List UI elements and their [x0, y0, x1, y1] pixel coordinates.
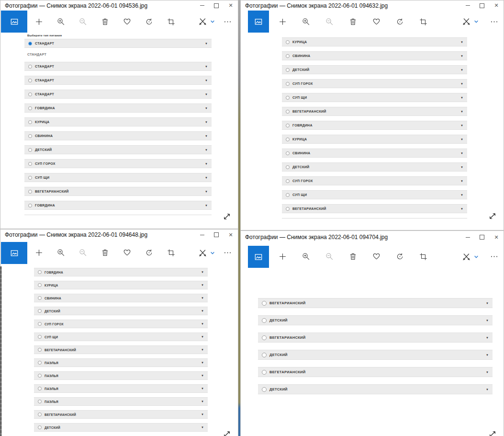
- dropdown-option[interactable]: ВЕГЕТАРИАНСКИЙ▼: [258, 333, 493, 343]
- edit-menu-button[interactable]: [473, 16, 480, 27]
- maximize-button[interactable]: [475, 231, 489, 243]
- zoom-in-button[interactable]: [300, 16, 312, 27]
- add-button[interactable]: [33, 16, 45, 27]
- radio-icon[interactable]: [38, 270, 42, 274]
- dropdown-option[interactable]: КУРИЦА▼: [282, 135, 467, 144]
- dropdown-option[interactable]: СВИНИНА▼: [282, 149, 467, 158]
- rotate-button[interactable]: [394, 251, 405, 263]
- radio-icon[interactable]: [286, 82, 290, 86]
- add-button[interactable]: [277, 251, 288, 263]
- delete-button[interactable]: [347, 251, 358, 263]
- radio-icon[interactable]: [28, 204, 32, 207]
- zoom-in-button[interactable]: [55, 247, 67, 259]
- dropdown-option[interactable]: ДЕТСКИЙ▼: [258, 350, 493, 360]
- dropdown-option[interactable]: СУП ГОРОХ▼: [282, 79, 467, 88]
- radio-icon[interactable]: [286, 68, 290, 72]
- radio-icon[interactable]: [28, 120, 32, 124]
- dropdown-option[interactable]: СВИНИНА▼: [282, 51, 467, 60]
- edit-menu-button[interactable]: [209, 16, 216, 27]
- radio-icon[interactable]: [286, 179, 290, 183]
- expand-icon[interactable]: [223, 430, 231, 436]
- expand-icon[interactable]: [488, 212, 497, 220]
- radio-icon[interactable]: [286, 138, 290, 141]
- dropdown-option[interactable]: ГОВЯДИНА▼: [282, 121, 467, 130]
- dropdown-option[interactable]: КУРИЦА▼: [24, 117, 212, 126]
- edit-create-button[interactable]: [197, 16, 208, 27]
- dropdown-option[interactable]: ВЕГЕТАРИАНСКИЙ▼: [34, 410, 208, 419]
- dropdown-option[interactable]: ДЕТСКИЙ▼: [24, 145, 212, 154]
- radio-icon[interactable]: [28, 79, 32, 82]
- dropdown-option-selected[interactable]: СТАНДАРТ▼: [24, 39, 212, 48]
- zoom-out-button[interactable]: [77, 16, 89, 27]
- photos-app-button[interactable]: [1, 11, 27, 33]
- dropdown-option[interactable]: ДЕТСКИЙ▼: [34, 423, 208, 432]
- dropdown-option[interactable]: ГОВЯДИНА▼: [24, 103, 212, 113]
- close-button[interactable]: ✕: [224, 0, 238, 11]
- favorite-button[interactable]: [121, 247, 133, 259]
- maximize-button[interactable]: [475, 0, 489, 11]
- dropdown-option[interactable]: ВЕГЕТАРИАНСКИЙ▼: [24, 187, 212, 196]
- radio-selected-icon[interactable]: [28, 42, 32, 46]
- rotate-button[interactable]: [143, 247, 155, 259]
- radio-icon[interactable]: [38, 335, 42, 339]
- radio-icon[interactable]: [286, 124, 290, 127]
- dropdown-option[interactable]: ГОВЯДИНА▼: [24, 201, 212, 210]
- rotate-button[interactable]: [143, 16, 155, 27]
- radio-icon[interactable]: [38, 296, 42, 300]
- zoom-out-button[interactable]: [77, 247, 89, 259]
- dropdown-option[interactable]: ГОВЯДИНА▼: [34, 268, 208, 276]
- dropdown-option[interactable]: СВИНИНА▼: [24, 131, 212, 140]
- radio-icon[interactable]: [38, 309, 42, 313]
- radio-icon[interactable]: [286, 110, 290, 114]
- dropdown-option[interactable]: СУП ЩИ▼: [34, 333, 208, 341]
- radio-icon[interactable]: [286, 207, 290, 211]
- radio-icon[interactable]: [38, 387, 42, 390]
- edit-create-button[interactable]: [460, 251, 472, 263]
- dropdown-option[interactable]: ВЕГЕТАРИАНСКИЙ▼: [34, 345, 208, 354]
- radio-icon[interactable]: [28, 190, 32, 194]
- radio-icon[interactable]: [28, 148, 32, 152]
- radio-icon[interactable]: [262, 335, 267, 340]
- radio-icon[interactable]: [286, 151, 290, 155]
- radio-icon[interactable]: [28, 162, 32, 166]
- radio-icon[interactable]: [38, 348, 42, 352]
- edit-create-button[interactable]: [460, 16, 472, 27]
- see-more-button[interactable]: [488, 16, 500, 27]
- dropdown-option[interactable]: ВЕГЕТАРИАНСКИЙ▼: [282, 107, 467, 116]
- close-button[interactable]: ✕: [489, 0, 504, 11]
- dropdown-option[interactable]: СУП ЩИ▼: [282, 93, 467, 102]
- radio-icon[interactable]: [38, 322, 42, 326]
- rotate-button[interactable]: [394, 16, 405, 27]
- see-more-button[interactable]: [488, 251, 500, 263]
- dropdown-option[interactable]: ПАЭЛЬЯ▼: [34, 384, 208, 393]
- dropdown-option[interactable]: СТАНДАРТ▼: [24, 90, 212, 99]
- add-button[interactable]: [277, 16, 288, 27]
- radio-icon[interactable]: [28, 106, 32, 110]
- close-button[interactable]: ✕: [489, 231, 504, 243]
- delete-button[interactable]: [99, 247, 111, 259]
- dropdown-option[interactable]: ПАЭЛЬЯ▼: [34, 371, 208, 380]
- delete-button[interactable]: [347, 16, 358, 27]
- radio-icon[interactable]: [28, 65, 32, 69]
- photos-app-button[interactable]: [1, 242, 27, 264]
- radio-icon[interactable]: [262, 370, 267, 375]
- dropdown-option[interactable]: ДЕТСКИЙ▼: [282, 162, 467, 172]
- dropdown-option[interactable]: КУРИЦА▼: [282, 37, 467, 46]
- titlebar[interactable]: Фотографии — Снимок экрана 2022-06-01 09…: [0, 0, 238, 11]
- photos-app-button[interactable]: [248, 11, 269, 33]
- radio-icon[interactable]: [28, 176, 32, 180]
- dropdown-option[interactable]: ДЕТСКИЙ▼: [258, 384, 493, 394]
- dropdown-option[interactable]: ВЕГЕТАРИАНСКИЙ▼: [258, 298, 493, 308]
- dropdown-option[interactable]: СУП ЩИ▼: [282, 190, 467, 199]
- zoom-out-button[interactable]: [324, 16, 335, 27]
- dropdown-option[interactable]: ВЕГЕТАРИАНСКИЙ▼: [258, 367, 493, 377]
- titlebar[interactable]: Фотографии — Снимок экрана 2022-06-01 09…: [0, 229, 238, 240]
- dropdown-option[interactable]: ДЕТСКИЙ▼: [282, 65, 467, 74]
- favorite-button[interactable]: [370, 16, 382, 27]
- add-button[interactable]: [33, 247, 45, 259]
- expand-icon[interactable]: [223, 212, 231, 221]
- radio-icon[interactable]: [38, 413, 42, 416]
- radio-icon[interactable]: [28, 134, 32, 138]
- expand-icon[interactable]: [488, 430, 497, 436]
- photos-app-button[interactable]: [248, 246, 269, 268]
